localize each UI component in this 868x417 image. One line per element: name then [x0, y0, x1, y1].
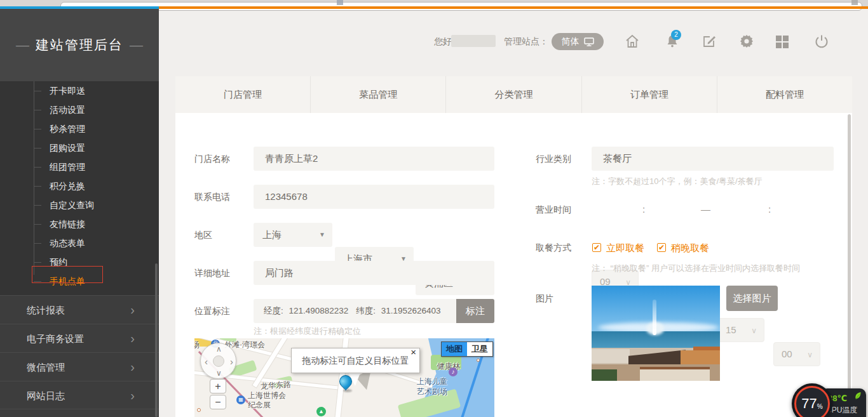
province-select[interactable]: 上海▼ — [254, 223, 332, 247]
edit-icon[interactable] — [702, 34, 717, 49]
power-icon[interactable] — [814, 34, 829, 49]
username-redacted — [451, 35, 496, 47]
sidebar-section-ecommerce[interactable]: 电子商务设置› — [0, 324, 159, 352]
tab-category-management[interactable]: 分类管理 — [445, 76, 581, 113]
pickup-note: 注： “稍晚取餐” 用户可以选择在营业时间内选择取餐时间 — [592, 263, 800, 274]
map-poi-dot — [197, 408, 201, 412]
page-title: 建站管理后台 — [36, 36, 123, 54]
pan-knob[interactable] — [213, 355, 224, 367]
pan-down-icon[interactable]: ∨ — [216, 369, 222, 378]
grid-square — [783, 43, 789, 48]
section-label: 微信管理 — [27, 362, 65, 373]
checkbox-immediate-pickup[interactable]: ✔ — [592, 243, 601, 252]
photo-fountain-jet — [653, 300, 656, 335]
sidebar-sections: 统计报表› 电子商务设置› 微信管理› 网站日志› — [0, 295, 159, 417]
sidebar-item-group-manage[interactable]: 组团管理 — [0, 157, 159, 176]
gear-icon[interactable] — [739, 34, 754, 49]
caret-down-icon: ∨ — [751, 319, 757, 342]
lat-label: 纬度: — [356, 306, 376, 315]
mark-location-button[interactable]: 标注 — [456, 299, 494, 323]
sidebar-item-card-gift[interactable]: 开卡即送 — [0, 81, 159, 100]
content-scrollbar[interactable] — [848, 114, 851, 417]
lng-value: 121.490882232 — [289, 306, 349, 315]
leaf-icon — [854, 392, 862, 400]
sidebar-item-seckill[interactable]: 秒杀管理 — [0, 119, 159, 138]
sidebar-item-links[interactable]: 友情链接 — [0, 215, 159, 234]
store-name-label: 门店名称 — [194, 147, 230, 171]
zoom-in-button[interactable]: + — [210, 379, 226, 394]
immediate-pickup-label[interactable]: 立即取餐 — [606, 242, 644, 255]
pickup-label: 取餐方式 — [536, 235, 571, 260]
map-type-satellite-button[interactable]: 卫星 — [467, 342, 492, 356]
apps-grid-icon[interactable] — [776, 36, 789, 48]
checkbox-later-pickup[interactable]: ✔ — [657, 243, 666, 252]
caret-down-icon: ∨ — [807, 343, 813, 366]
close-icon[interactable]: × — [410, 347, 416, 357]
address-label: 详细地址 — [194, 261, 230, 285]
music-poi-icon: ♪ — [449, 367, 458, 376]
pan-up-icon[interactable]: ∧ — [216, 345, 222, 354]
sidebar-item-points[interactable]: 积分兑换 — [0, 176, 159, 195]
sidebar-section-reports[interactable]: 统计报表› — [0, 295, 159, 324]
store-photo-thumbnail[interactable] — [592, 286, 720, 381]
zoom-out-button[interactable]: − — [210, 395, 226, 409]
tab-ingredient-management[interactable]: 配料管理 — [717, 76, 852, 113]
section-label: 网站日志 — [27, 390, 65, 401]
close-hour-select[interactable]: 15∨ — [717, 318, 764, 342]
sidebar-item-activity[interactable]: 活动设置 — [0, 100, 159, 119]
map-label-theater1: 上海儿童 — [417, 376, 447, 387]
choose-image-button[interactable]: 选择图片 — [726, 286, 778, 311]
sidebar-section-logs[interactable]: 网站日志› — [0, 381, 159, 409]
sidebar-item-groupbuy[interactable]: 团购设置 — [0, 138, 159, 157]
image-label: 图片 — [536, 286, 553, 310]
later-pickup-label[interactable]: 稍晚取餐 — [671, 242, 709, 255]
province-value: 上海 — [262, 229, 281, 240]
sidebar-item-dynamic-form[interactable]: 动态表单 — [0, 234, 159, 253]
category-input[interactable]: 茶餐厅 — [592, 147, 834, 171]
location-input[interactable]: 经度: 121.490882232 纬度: 31.1952626403 — [254, 299, 456, 323]
photo-building — [640, 367, 710, 381]
home-icon[interactable] — [625, 34, 640, 49]
time-colon: : — [642, 197, 645, 222]
chevron-right-icon: › — [130, 353, 135, 381]
manage-site-label: 管理站点： — [504, 36, 548, 48]
map-pan-control[interactable]: ∧ ∨ ‹ › — [200, 343, 236, 379]
close-minute-select[interactable]: 00∨ — [773, 342, 820, 366]
phone-label: 联系电话 — [194, 185, 230, 209]
map-type-control: 地图 卫星 — [441, 341, 493, 357]
pan-right-icon[interactable]: › — [230, 356, 233, 367]
notification-badge: 2 — [671, 30, 681, 40]
map-widget[interactable]: 场 北 外滩·湾璟会 龙华东路 ▦ 上海世博会 纪念展 ▲ 健康林 ♪ 上海儿童… — [194, 338, 494, 417]
category-note: 注：字数不超过10个字，例：美食/粤菜/茶餐厅 — [592, 176, 763, 187]
map-type-map-button[interactable]: 地图 — [442, 342, 467, 356]
sidebar-submenu: 开卡即送 活动设置 秒杀管理 团购设置 组团管理 积分兑换 自定义查询 友情链接… — [0, 81, 159, 295]
phone-input[interactable]: 12345678 — [254, 185, 494, 209]
percent-sign: % — [817, 403, 823, 410]
museum-poi-icon: ▦ — [236, 395, 245, 404]
address-input[interactable]: 局门路 — [254, 261, 494, 285]
time-range-dash: — — [701, 197, 710, 222]
map-label-edge: 场 — [194, 340, 200, 350]
chevron-right-icon: › — [130, 381, 135, 410]
photo-building — [592, 349, 630, 363]
grid-square — [776, 43, 782, 48]
greeting-text: 您好 — [434, 36, 452, 48]
sidebar-section-wechat[interactable]: 微信管理› — [0, 352, 159, 381]
sidebar-item-custom-query[interactable]: 自定义查询 — [0, 195, 159, 215]
location-note: 注：根据经纬度进行精确定位 — [254, 326, 361, 337]
pan-left-icon[interactable]: ‹ — [205, 356, 208, 367]
tab-store-management[interactable]: 门店管理 — [175, 76, 310, 113]
language-pill-button[interactable]: 简体 — [552, 33, 604, 50]
sidebar-scrollbar[interactable] — [155, 263, 158, 417]
tab-order-management[interactable]: 订单管理 — [581, 76, 717, 113]
hours-label: 营业时间 — [536, 197, 571, 222]
photo-poi-icon: ▲ — [316, 407, 326, 416]
tab-dish-management[interactable]: 菜品管理 — [310, 76, 445, 113]
lng-label: 经度: — [264, 306, 283, 315]
caret-down-icon: ▼ — [319, 223, 325, 247]
location-label: 位置标注 — [194, 299, 230, 323]
browser-addressbar-icon — [337, 0, 343, 5]
store-name-input[interactable]: 青青原上草2 — [254, 147, 494, 171]
close-minute-value: 00 — [782, 348, 792, 359]
browser-bookmark-icon[interactable] — [851, 0, 858, 5]
